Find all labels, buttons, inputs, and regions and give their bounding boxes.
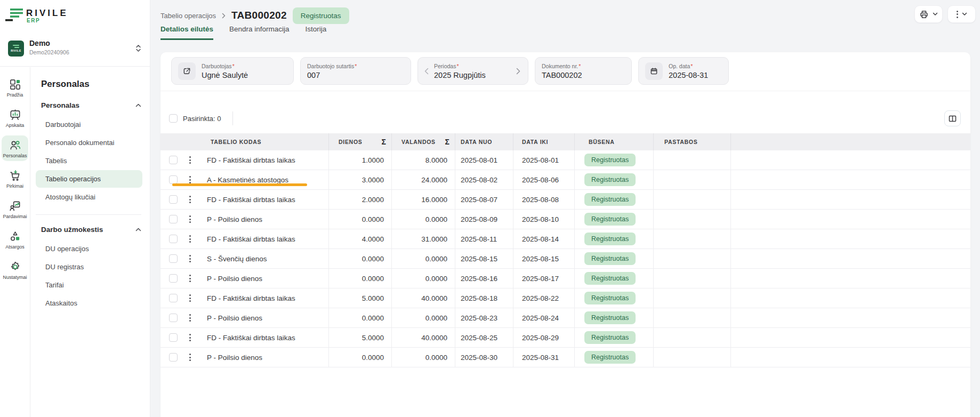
- data-iki-cell: 2025-08-15: [513, 249, 575, 268]
- sidebar-item-atostogu-likuciai[interactable]: Atostogų likučiai: [36, 188, 142, 206]
- sidebar-item-darbuotojai[interactable]: Darbuotojai: [36, 116, 142, 133]
- sidebar-item-tarifai[interactable]: Tarifai: [36, 276, 142, 294]
- darbuotojo-sutartis-field[interactable]: Darbuotojo sutartis* 007: [300, 57, 411, 85]
- sidebar-item-tabelio-operacijos[interactable]: Tabelio operacijos: [36, 170, 142, 188]
- more-actions-button[interactable]: [947, 5, 976, 23]
- breadcrumb-parent-link[interactable]: Tabelio operacijos: [160, 12, 216, 20]
- table-row[interactable]: S - Švenčių dienos 0.0000 0.0000 2025-08…: [160, 249, 970, 269]
- select-all-checkbox[interactable]: [169, 114, 178, 123]
- sidebar-item-tabelis[interactable]: Tabelis: [36, 152, 142, 170]
- dienos-cell: 0.0000: [329, 308, 392, 327]
- sidebar-item-du-registras[interactable]: DU registras: [36, 258, 142, 276]
- rail-item-pardavimai[interactable]: Pardavimai: [2, 196, 28, 222]
- table-row[interactable]: FD - Faktiškai dirbtas laikas 5.0000 40.…: [160, 328, 970, 348]
- col-header-dienos[interactable]: DIENOS Σ: [329, 133, 392, 150]
- section-header-personalas[interactable]: Personalas: [41, 101, 141, 109]
- sum-valandos-button[interactable]: Σ: [445, 138, 449, 146]
- nav-divider: [36, 214, 141, 215]
- selected-count-label: Pasirinkta: 0: [183, 115, 221, 123]
- row-checkbox[interactable]: [169, 254, 178, 263]
- busena-cell: Registruotas: [575, 190, 654, 209]
- row-menu-icon[interactable]: [189, 275, 191, 282]
- table-row[interactable]: P - Poilsio dienos 0.0000 0.0000 2025-08…: [160, 269, 970, 288]
- table-row[interactable]: A - Kasmetinės atostogos 3.0000 24.0000 …: [160, 170, 970, 190]
- table-row[interactable]: FD - Faktiškai dirbtas laikas 1.0000 8.0…: [160, 150, 970, 170]
- row-checkbox[interactable]: [169, 235, 178, 243]
- data-iki-cell: 2025-08-14: [513, 229, 575, 248]
- darbuotojas-field[interactable]: Darbuotojas* Ugnė Saulytė: [171, 57, 294, 85]
- tab-bendra-informacija[interactable]: Bendra informacija: [229, 25, 290, 40]
- rail-item-pirkimai[interactable]: Pirkimai: [2, 166, 28, 191]
- calendar-icon[interactable]: [645, 62, 663, 80]
- table-row[interactable]: P - Poilsio dienos 0.0000 0.0000 2025-08…: [160, 308, 970, 328]
- tabelio-kodas-value: FD - Faktiškai dirbtas laikas: [207, 334, 295, 342]
- col-header-data-iki[interactable]: DATA IKI: [513, 133, 575, 150]
- tabelio-kodas-value: FD - Faktiškai dirbtas laikas: [207, 156, 295, 164]
- sidebar: RIVILE ERP RIVILE Demo Demo20240906: [0, 0, 150, 417]
- status-badge: Registruotas: [584, 252, 636, 266]
- row-checkbox[interactable]: [169, 274, 178, 283]
- row-checkbox[interactable]: [169, 175, 178, 184]
- row-menu-icon[interactable]: [189, 215, 191, 223]
- row-checkbox[interactable]: [169, 195, 178, 204]
- row-checkbox[interactable]: [169, 294, 178, 302]
- section-header-darbo-uzmokestis[interactable]: Darbo užmokestis: [41, 226, 141, 234]
- table-row[interactable]: FD - Faktiškai dirbtas laikas 5.0000 40.…: [160, 288, 970, 308]
- row-menu-icon[interactable]: [189, 354, 191, 361]
- rail-item-apskaita[interactable]: Apskaita: [2, 105, 28, 131]
- column-settings-button[interactable]: [944, 110, 961, 126]
- sidebar-item-personalo-dokumentai[interactable]: Personalo dokumentai: [36, 134, 142, 151]
- unfold-more-icon[interactable]: [135, 44, 141, 52]
- row-checkbox[interactable]: [169, 333, 178, 342]
- row-menu-icon[interactable]: [189, 334, 191, 341]
- rail-item-pradzia[interactable]: Pradžia: [2, 75, 28, 100]
- data-nuo-cell: 2025-08-09: [455, 210, 513, 229]
- row-menu-icon[interactable]: [189, 294, 191, 302]
- tab-istorija[interactable]: Istorija: [306, 25, 327, 40]
- rail-item-atsargos[interactable]: Atsargos: [2, 227, 28, 252]
- dokumento-nr-field[interactable]: Dokumento nr.* TAB000202: [535, 57, 632, 85]
- valandos-cell: 40.0000: [392, 288, 455, 308]
- empty-cell: [731, 210, 970, 229]
- col-header-tabelio-kodas[interactable]: TABELIO KODAS: [160, 133, 329, 150]
- external-link-icon[interactable]: [178, 62, 196, 80]
- row-checkbox[interactable]: [169, 215, 178, 223]
- table-row[interactable]: P - Poilsio dienos 0.0000 0.0000 2025-08…: [160, 348, 970, 367]
- col-header-data-nuo[interactable]: DATA NUO: [455, 133, 513, 150]
- company-badge-bars: [13, 45, 19, 48]
- row-menu-icon[interactable]: [189, 314, 191, 322]
- col-header-pastabos[interactable]: PASTABOS: [654, 133, 731, 150]
- row-menu-icon[interactable]: [189, 255, 191, 262]
- row-checkbox[interactable]: [169, 353, 178, 362]
- print-button[interactable]: [914, 5, 943, 23]
- col-header-label: DIENOS: [339, 139, 362, 145]
- row-checkbox[interactable]: [169, 156, 178, 164]
- period-prev-icon[interactable]: [424, 68, 429, 75]
- page-title: TAB000202: [231, 10, 287, 21]
- rail-item-personalas[interactable]: Personalas: [2, 135, 28, 161]
- people-icon: [9, 139, 21, 151]
- status-badge: Registruotas: [584, 331, 636, 344]
- rail-item-nustatymai[interactable]: Nustatymai: [2, 257, 28, 283]
- table-row[interactable]: FD - Faktiškai dirbtas laikas 4.0000 31.…: [160, 229, 970, 249]
- empty-cell: [731, 348, 970, 367]
- row-menu-icon[interactable]: [189, 196, 191, 203]
- content-card: Darbuotojas* Ugnė Saulytė Darbuotojo sut…: [160, 52, 970, 417]
- sum-dienos-button[interactable]: Σ: [382, 138, 386, 146]
- row-menu-icon[interactable]: [189, 235, 191, 243]
- table-row[interactable]: FD - Faktiškai dirbtas laikas 2.0000 16.…: [160, 190, 970, 210]
- table-row[interactable]: P - Poilsio dienos 0.0000 0.0000 2025-08…: [160, 210, 970, 229]
- sidebar-item-du-operacijos[interactable]: DU operacijos: [36, 240, 142, 258]
- row-menu-icon[interactable]: [189, 176, 191, 183]
- tab-detalios-eilutes[interactable]: Detalios eilutės: [160, 25, 213, 40]
- company-selector[interactable]: RIVILE Demo Demo20240906: [0, 33, 150, 67]
- tabelio-kodas-value: FD - Faktiškai dirbtas laikas: [207, 235, 295, 243]
- periodas-field[interactable]: Periodas* 2025 Rugpjūtis: [417, 57, 528, 85]
- sidebar-item-ataskaitos[interactable]: Ataskaitos: [36, 294, 142, 312]
- row-menu-icon[interactable]: [189, 156, 191, 164]
- col-header-valandos[interactable]: VALANDOS Σ: [392, 133, 455, 150]
- period-next-icon[interactable]: [516, 68, 520, 75]
- row-checkbox[interactable]: [169, 314, 178, 322]
- op-data-field[interactable]: Op. data* 2025-08-31: [638, 57, 729, 85]
- col-header-busena[interactable]: BŪSENA: [575, 133, 654, 150]
